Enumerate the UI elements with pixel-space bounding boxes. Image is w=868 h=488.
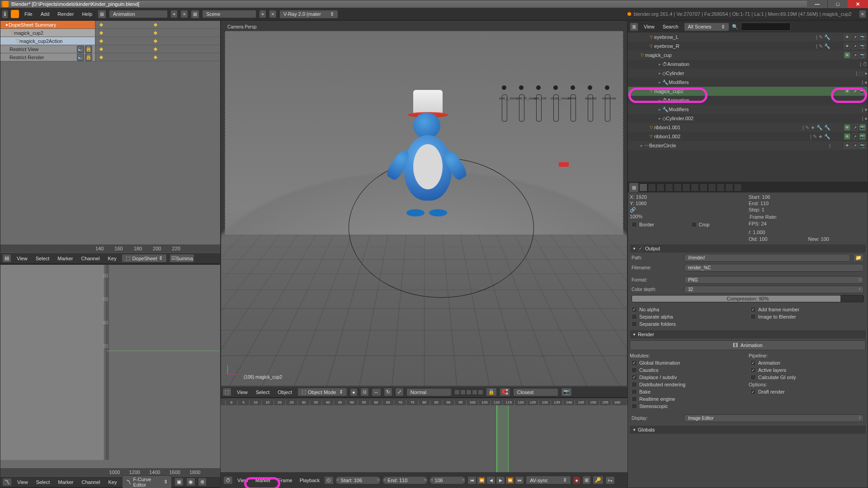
tab-world[interactable] — [665, 183, 673, 192]
graph-menu-key[interactable]: Key — [105, 479, 119, 486]
tab-particles[interactable] — [725, 183, 733, 192]
tab-material[interactable] — [708, 183, 716, 192]
graph-canvas[interactable]: 80 60 40 20 — [0, 265, 220, 468]
props-editor-icon[interactable]: ⊞ — [629, 183, 639, 192]
jump-end-button[interactable]: ⏭ — [515, 476, 524, 484]
border-check[interactable] — [632, 222, 637, 227]
screen-add[interactable]: + — [170, 10, 178, 18]
vp-snap[interactable]: 🧲 — [500, 388, 510, 396]
vp-manip1[interactable]: ↔ — [372, 388, 381, 396]
vp-manip3[interactable]: ⤢ — [395, 388, 404, 396]
crop-check[interactable] — [691, 222, 697, 227]
tl-range-toggle[interactable]: ⏲ — [324, 476, 334, 484]
layers-check[interactable] — [750, 367, 756, 373]
jump-start-button[interactable]: ⏮ — [467, 476, 476, 484]
tl-del-key[interactable]: 🗝 — [605, 476, 615, 484]
next-key-button[interactable]: ⏩ — [505, 476, 514, 484]
graph-mode[interactable]: 〽F-Curve Editor⇕ — [122, 475, 172, 488]
vp-snap-mode[interactable]: Closest — [513, 388, 558, 396]
dope-editor-icon[interactable]: ▤ — [2, 254, 11, 263]
graph-btn2[interactable]: ◉ — [186, 478, 195, 486]
new-map-field[interactable]: New: 100 — [808, 236, 866, 242]
ol-row[interactable]: ▸〰 BezierCircle|👁↗📷 — [628, 141, 868, 150]
ol-row[interactable]: ▽magick_cup👁↗📷 — [628, 51, 868, 60]
vp-menu-object[interactable]: Object — [275, 389, 295, 396]
dope-row-obj[interactable]: ▽ magick_cup2 — [0, 29, 220, 37]
output-enable[interactable] — [638, 246, 643, 251]
path-browse-icon[interactable]: 📁 — [853, 253, 864, 262]
dope-menu-marker[interactable]: Marker — [55, 255, 75, 262]
lock-icon[interactable]: 🔒 — [85, 46, 92, 53]
graph-scrollbar[interactable] — [105, 265, 109, 460]
timeline-canvas[interactable]: 0510152025303540455055606570758085909510… — [221, 398, 627, 472]
rt-check[interactable] — [632, 396, 637, 402]
close-button[interactable]: ✕ — [848, 0, 868, 8]
tl-menu-marker[interactable]: Marker — [253, 477, 274, 484]
vp-lock[interactable]: 🔒 — [486, 388, 497, 396]
output-format-select[interactable]: PNG — [684, 276, 864, 284]
draft-check[interactable] — [750, 389, 756, 394]
addframe-check[interactable] — [750, 307, 756, 312]
output-header[interactable]: ▼Output — [630, 244, 866, 253]
calcgi-check[interactable] — [750, 375, 756, 380]
tab-constraints[interactable] — [682, 183, 690, 192]
tl-current-field[interactable]: 106 — [429, 476, 466, 484]
output-depth-select[interactable]: 32 — [684, 286, 864, 293]
tl-end-field[interactable]: End: 110 — [382, 476, 428, 484]
ol-row[interactable]: ▸🔧 Modifiers| ● — [628, 78, 868, 87]
tl-menu-view[interactable]: View — [235, 477, 251, 484]
ol-row[interactable]: ▸◇ Cylinder.002| ● — [628, 114, 868, 123]
dope-channel-list[interactable]: ▸ DopeSheet Summary ▽ magick_cup2 ▽ magi… — [0, 21, 220, 244]
tl-autokey[interactable]: ● — [573, 476, 580, 484]
scene-del[interactable]: × — [269, 10, 276, 18]
dope-menu-select[interactable]: Select — [33, 255, 52, 262]
ol-row[interactable]: ▸◇ Cylinder| ⬚ ● — [628, 69, 868, 78]
screen-del[interactable]: × — [180, 10, 188, 18]
editor-type-icon[interactable]: ℹ — [2, 10, 8, 19]
tab-layers[interactable] — [648, 183, 656, 192]
graph-btn1[interactable]: ▣ — [175, 478, 184, 486]
vp-pivot-icon[interactable]: ⊙ — [360, 388, 369, 396]
outliner-tree[interactable]: ▽eyebrow_L| ✎ 🔧👁↗📷 ▽eyebrow_R| ✎ 🔧👁↗📷 ▽m… — [628, 33, 868, 182]
ol-row[interactable]: ▽eyebrow_L| ✎ 🔧👁↗📷 — [628, 33, 868, 42]
noalpha-check[interactable] — [632, 307, 637, 312]
sync-mode[interactable]: AV-sync⇕ — [526, 476, 571, 484]
menu-add[interactable]: Add — [38, 10, 52, 18]
tl-insert-key[interactable]: 🔑 — [593, 476, 604, 484]
ol-row[interactable]: ▸⏱ Animation| ⏱ — [628, 60, 868, 69]
tab-texture[interactable] — [717, 183, 725, 192]
menu-render[interactable]: Render — [55, 10, 76, 18]
output-path-field[interactable]: //render/ — [684, 254, 850, 262]
fps-field[interactable]: FPS: 24 — [749, 221, 866, 228]
lock-icon[interactable]: 🔒 — [85, 54, 92, 61]
imgblend-check[interactable] — [750, 314, 756, 319]
ol-row[interactable]: ▸🔧 Modifiers| ● — [628, 105, 868, 114]
res-pct-field[interactable]: 100% — [630, 214, 747, 219]
play-button[interactable]: ▶ — [496, 476, 505, 484]
tl-start-field[interactable]: Start: 106 — [335, 476, 381, 484]
bake-check[interactable] — [632, 389, 637, 394]
vp-menu-view[interactable]: View — [234, 389, 250, 396]
tl-keying-set[interactable]: ⊞ — [582, 476, 591, 484]
tab-physics[interactable] — [734, 183, 742, 192]
ol-search-input[interactable] — [741, 23, 791, 31]
vp-mode-select[interactable]: ⬚Object Mode⇕ — [297, 388, 347, 396]
dope-menu-view[interactable]: View — [14, 255, 30, 262]
render-header[interactable]: ▼Render — [630, 330, 866, 338]
dope-menu-key[interactable]: Key — [105, 255, 119, 262]
dope-menu-channel[interactable]: Channel — [78, 255, 102, 262]
display-select[interactable]: Image Editor — [684, 414, 864, 422]
play-rev-button[interactable]: ◀ — [486, 476, 495, 484]
vp-manip2[interactable]: ↻ — [384, 388, 392, 396]
res-y-field[interactable]: Y: 1080 — [630, 201, 747, 206]
scene-select[interactable]: Scene — [202, 10, 256, 18]
ol-row[interactable]: ▸⏱ Animation — [628, 96, 868, 105]
vp-shading-icon[interactable]: ● — [350, 388, 358, 396]
graph-menu-select[interactable]: Select — [33, 479, 53, 486]
dope-row-action[interactable]: ▽ magick_cup2Action — [0, 37, 220, 45]
dist-check[interactable] — [632, 382, 637, 387]
sepalpha-check[interactable] — [632, 314, 637, 319]
vp-render-icon[interactable]: 📷 — [561, 388, 572, 396]
dope-row-rrender[interactable]: Restrict Render🔈🔒 — [0, 53, 220, 61]
ol-row[interactable]: ▽ribbon1.002| ✎ ★ 🔧👁↗📷 — [628, 132, 868, 141]
